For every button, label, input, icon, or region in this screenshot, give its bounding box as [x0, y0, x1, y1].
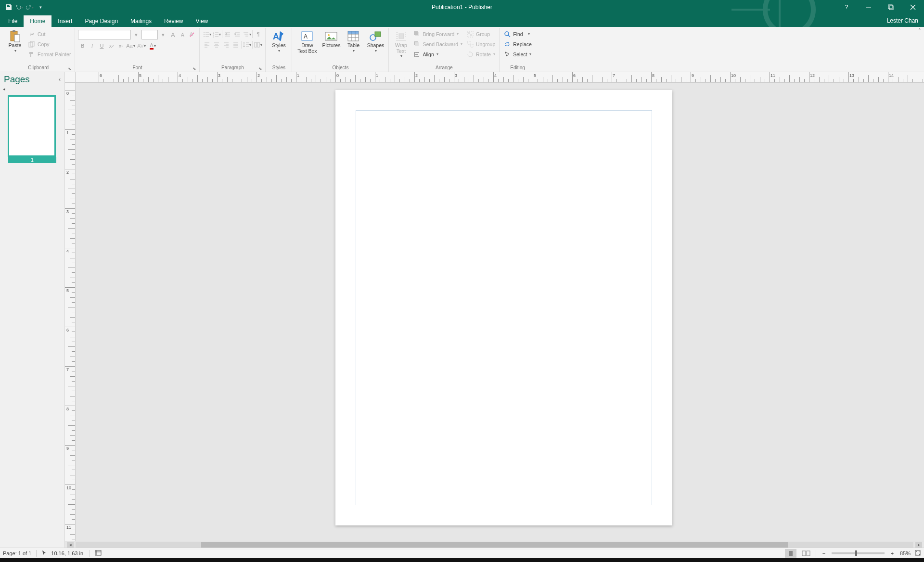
svg-rect-4: [13, 30, 15, 32]
help-button[interactable]: ?: [835, 0, 858, 14]
styles-label: Styles: [272, 43, 286, 49]
format-painter-icon: [28, 51, 36, 58]
underline-button[interactable]: U: [97, 41, 106, 50]
font-color-button[interactable]: A▾: [148, 41, 157, 50]
save-icon[interactable]: [5, 3, 13, 11]
subscript-button[interactable]: x2: [107, 41, 116, 50]
page-thumbnail-1[interactable]: [8, 95, 56, 157]
svg-point-37: [505, 32, 509, 36]
close-button[interactable]: [902, 0, 924, 14]
select-button[interactable]: Select▾: [502, 49, 533, 59]
fit-to-window-button[interactable]: [914, 549, 921, 557]
zoom-percent[interactable]: 85%: [900, 550, 911, 556]
paragraph-dialog-launcher[interactable]: ⬊: [258, 66, 262, 71]
horizontal-ruler[interactable]: 6543210123456789101112131415: [76, 72, 924, 83]
font-size-dropdown-icon[interactable]: ▾: [159, 30, 167, 39]
paragraph-marks-button[interactable]: ¶: [254, 30, 262, 38]
align-right-button[interactable]: [222, 40, 231, 49]
ribbon-collapse-icon[interactable]: ˄: [918, 28, 921, 34]
line-spacing-button[interactable]: ▾: [243, 40, 251, 49]
view-single-page-button[interactable]: [785, 549, 796, 558]
change-case-button[interactable]: Aa▾: [126, 41, 135, 50]
redo-icon[interactable]: ▾: [26, 3, 34, 11]
vertical-ruler[interactable]: 01234567891011: [65, 83, 76, 541]
pages-panel-expand-icon[interactable]: ◂: [0, 87, 64, 92]
bold-button[interactable]: B: [78, 41, 87, 50]
scroll-left-button[interactable]: ◂: [67, 542, 74, 548]
tab-page-design[interactable]: Page Design: [78, 15, 124, 27]
table-icon: [346, 30, 360, 42]
customize-qat-icon[interactable]: ▾: [37, 3, 44, 11]
tab-review[interactable]: Review: [158, 15, 189, 27]
numbering-button[interactable]: 123▾: [212, 30, 221, 38]
minimize-button[interactable]: [858, 0, 880, 14]
superscript-button[interactable]: x2: [116, 41, 125, 50]
maximize-button[interactable]: [880, 0, 902, 14]
find-button[interactable]: Find▾: [502, 29, 533, 39]
tab-file[interactable]: File: [2, 15, 24, 27]
scroll-track[interactable]: [76, 542, 913, 548]
tab-home[interactable]: Home: [24, 15, 51, 27]
tab-mailings[interactable]: Mailings: [124, 15, 158, 27]
paste-button[interactable]: Paste ▾: [5, 29, 25, 53]
tab-view[interactable]: View: [189, 15, 214, 27]
group-button[interactable]: Group: [465, 29, 496, 39]
svg-rect-17: [257, 42, 259, 47]
multilevel-list-button[interactable]: ▾: [243, 30, 251, 38]
italic-button[interactable]: I: [88, 41, 96, 50]
font-name-input[interactable]: [78, 30, 131, 39]
cut-button[interactable]: ✂Cut: [27, 29, 72, 39]
increase-indent-button[interactable]: [233, 30, 242, 38]
view-two-page-button[interactable]: [800, 549, 812, 558]
shapes-button[interactable]: Shapes▾: [365, 29, 385, 53]
pages-panel-collapse-icon[interactable]: ‹: [59, 76, 61, 83]
font-name-dropdown-icon[interactable]: ▾: [132, 30, 141, 39]
tab-insert[interactable]: Insert: [51, 15, 78, 27]
align-button[interactable]: Align▾: [412, 49, 463, 59]
svg-rect-38: [95, 550, 101, 555]
font-dialog-launcher[interactable]: ⬊: [192, 66, 196, 71]
svg-rect-24: [348, 31, 359, 34]
copy-button[interactable]: Copy: [27, 39, 72, 49]
align-left-button[interactable]: [203, 40, 211, 49]
account-name[interactable]: Lester Chan: [881, 15, 924, 27]
replace-button[interactable]: Replace: [502, 39, 533, 49]
align-center-button[interactable]: [212, 40, 221, 49]
group-objects: A Draw Text Box Pictures Table▾ Shapes▾ …: [292, 28, 389, 72]
draw-text-box-button[interactable]: A Draw Text Box: [295, 29, 319, 54]
columns-button[interactable]: ▾: [254, 40, 262, 49]
zoom-slider-handle[interactable]: [855, 550, 857, 556]
select-icon: [503, 51, 511, 58]
font-size-input[interactable]: [141, 30, 158, 39]
status-object-size-icon[interactable]: [95, 550, 102, 557]
send-backward-button[interactable]: Send Backward▾: [412, 39, 463, 49]
bullets-button[interactable]: ▾: [203, 30, 211, 38]
char-spacing-button[interactable]: AV▾: [137, 41, 146, 50]
wrap-text-button[interactable]: Wrap Text▾: [392, 29, 410, 59]
zoom-out-button[interactable]: −: [820, 550, 828, 556]
ungroup-button[interactable]: Ungroup: [465, 39, 496, 49]
publication-page[interactable]: [335, 90, 672, 525]
pictures-button[interactable]: Pictures: [321, 29, 341, 49]
windows-taskbar[interactable]: [0, 558, 924, 562]
group-label-editing: Editing: [510, 65, 525, 70]
page-scroll-area[interactable]: [76, 83, 924, 548]
table-button[interactable]: Table▾: [343, 29, 363, 53]
rotate-button[interactable]: Rotate▾: [465, 49, 496, 59]
zoom-in-button[interactable]: +: [888, 550, 896, 556]
clipboard-dialog-launcher[interactable]: ⬊: [68, 66, 72, 71]
svg-text:3: 3: [213, 35, 214, 38]
status-page[interactable]: Page: 1 of 1: [3, 550, 31, 556]
scroll-thumb[interactable]: [201, 542, 788, 548]
clear-formatting-icon[interactable]: A: [188, 30, 196, 39]
align-justify-button[interactable]: [231, 40, 240, 49]
styles-button[interactable]: A Styles▾: [269, 29, 289, 53]
grow-font-icon[interactable]: A: [168, 30, 177, 39]
undo-icon[interactable]: ▾: [15, 3, 23, 11]
horizontal-scrollbar[interactable]: ◂ ▸: [65, 541, 924, 548]
shrink-font-icon[interactable]: A: [178, 30, 187, 39]
decrease-indent-button[interactable]: [223, 30, 232, 38]
format-painter-button[interactable]: Format Painter: [27, 49, 72, 59]
zoom-slider[interactable]: [832, 552, 885, 554]
bring-forward-button[interactable]: Bring Forward▾: [412, 29, 463, 39]
